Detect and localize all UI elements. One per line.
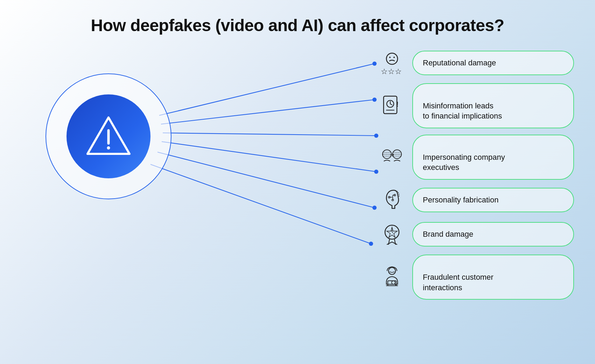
brand-damage-icon [378, 220, 406, 248]
list-item: ! Misinformation leads to financial impl… [378, 83, 574, 128]
svg-line-0 [159, 64, 374, 115]
warning-icon [86, 113, 131, 160]
label-text: Impersonating company executives [423, 153, 505, 172]
svg-text:☆☆☆: ☆☆☆ [381, 67, 402, 76]
svg-rect-19 [384, 96, 397, 114]
personality-icon [378, 186, 406, 214]
impersonating-label: Impersonating company executives [412, 135, 574, 180]
svg-text:!: ! [396, 100, 399, 108]
svg-point-1 [372, 62, 377, 66]
impersonating-icon [378, 143, 406, 171]
brand-damage-label: Brand damage [412, 222, 574, 247]
items-container: ☆☆☆ Reputational damage ! [378, 49, 574, 300]
personality-label: Personality fabrication [412, 188, 574, 212]
diagram-area: ☆☆☆ Reputational damage ! [0, 45, 595, 360]
svg-point-44 [388, 267, 396, 274]
misinformation-label: Misinformation leads to financial implic… [412, 83, 574, 128]
misinformation-icon: ! [378, 92, 406, 120]
svg-line-10 [150, 164, 371, 244]
svg-point-9 [372, 206, 377, 210]
svg-point-17 [393, 57, 395, 58]
label-text: Fraudulent customer interactions [423, 273, 493, 292]
page-title: How deepfakes (video and AI) can affect … [0, 0, 595, 35]
list-item: ☆☆☆ Reputational damage [378, 49, 574, 77]
list-item: Fraudulent customer interactions [378, 255, 574, 300]
list-item: Brand damage [378, 220, 574, 248]
label-text: Reputational damage [423, 58, 496, 67]
svg-line-22 [390, 104, 392, 105]
reputational-damage-label: Reputational damage [412, 51, 574, 75]
fraudulent-label: Fraudulent customer interactions [412, 255, 574, 300]
center-circle-inner [66, 94, 150, 178]
label-text: Misinformation leads to financial implic… [423, 101, 502, 121]
list-item: Impersonating company executives [378, 135, 574, 180]
list-item: Personality fabrication [378, 186, 574, 214]
svg-point-3 [372, 98, 377, 102]
svg-point-11 [369, 242, 373, 246]
svg-line-4 [163, 133, 376, 136]
center-circle-outer [46, 73, 172, 199]
label-text: Brand damage [423, 230, 473, 238]
svg-line-8 [158, 152, 374, 208]
svg-point-16 [389, 57, 391, 58]
reputational-damage-icon: ☆☆☆ [378, 49, 406, 77]
svg-line-2 [161, 100, 374, 124]
svg-point-15 [386, 53, 398, 64]
label-text: Personality fabrication [423, 195, 498, 204]
fraudulent-icon [378, 263, 406, 291]
svg-line-6 [162, 142, 376, 172]
svg-point-14 [107, 147, 110, 150]
